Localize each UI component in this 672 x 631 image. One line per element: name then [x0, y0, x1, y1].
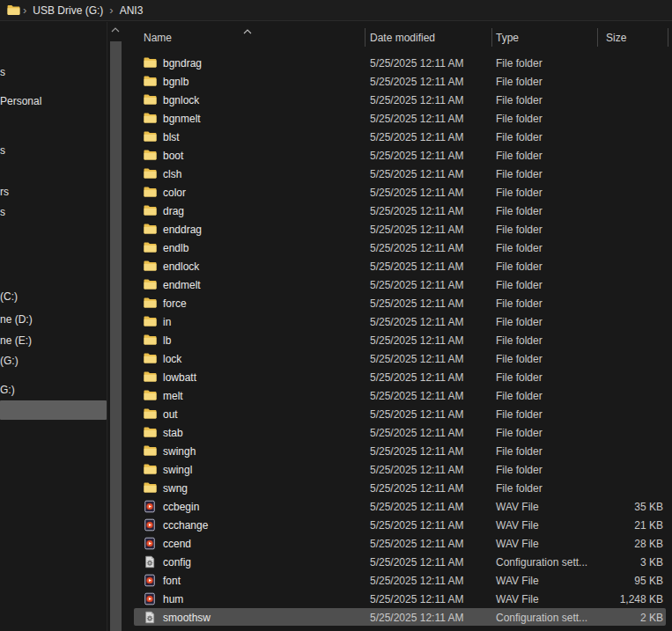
- sidebar-item[interactable]: Personal: [0, 95, 41, 107]
- column-header-name[interactable]: Name: [144, 32, 172, 44]
- scrollbar-up-button[interactable]: [107, 24, 123, 36]
- column-resize-handle[interactable]: [365, 28, 366, 47]
- file-row[interactable]: bgnlb5/25/2025 12:11 AMFile folder: [124, 72, 672, 91]
- file-name: clsh: [163, 168, 181, 180]
- column-header-type[interactable]: Type: [496, 32, 519, 44]
- file-name: endlb: [163, 242, 188, 254]
- breadcrumb-segment-folder[interactable]: ANI3: [120, 4, 144, 17]
- folder-icon: [144, 407, 157, 421]
- wav-file-icon: [144, 500, 157, 513]
- file-type: File folder: [496, 205, 543, 217]
- file-name: enddrag: [163, 224, 202, 236]
- file-row[interactable]: force5/25/2025 12:11 AMFile folder: [124, 294, 672, 312]
- column-resize-handle[interactable]: [491, 28, 492, 47]
- column-resize-handle[interactable]: [668, 28, 668, 47]
- sidebar-item[interactable]: ne (D:): [0, 313, 33, 326]
- file-type: File folder: [496, 427, 543, 439]
- sidebar-item[interactable]: s: [0, 144, 5, 157]
- file-row[interactable]: stab5/25/2025 12:11 AMFile folder: [124, 423, 672, 442]
- column-header-size[interactable]: Size: [606, 32, 626, 44]
- folder-icon: [144, 149, 157, 162]
- file-row[interactable]: swingl5/25/2025 12:11 AMFile folder: [124, 460, 672, 479]
- folder-icon: [144, 130, 157, 143]
- sidebar-item-selected[interactable]: [0, 400, 107, 420]
- sidebar-item[interactable]: s: [0, 206, 5, 218]
- file-date-modified: 5/25/2025 12:11 AM: [370, 501, 464, 513]
- sidebar-item[interactable]: G:): [0, 384, 15, 396]
- file-row[interactable]: config5/25/2025 12:11 AMConfiguration se…: [124, 553, 672, 571]
- file-size: 28 KB: [634, 538, 663, 550]
- file-type: File folder: [496, 94, 543, 106]
- file-date-modified: 5/25/2025 12:11 AM: [370, 316, 464, 328]
- scrollbar-thumb[interactable]: [110, 41, 122, 631]
- file-date-modified: 5/25/2025 12:11 AM: [370, 131, 464, 143]
- file-row[interactable]: endmelt5/25/2025 12:11 AMFile folder: [124, 275, 672, 294]
- file-row[interactable]: ccchange5/25/2025 12:11 AMWAV File21 KB: [124, 516, 672, 534]
- file-name: in: [163, 316, 171, 328]
- file-row[interactable]: hum5/25/2025 12:11 AMWAV File1,248 KB: [124, 590, 672, 608]
- file-row[interactable]: boot5/25/2025 12:11 AMFile folder: [124, 146, 672, 165]
- sidebar-item[interactable]: rs: [0, 186, 9, 198]
- file-name: bgnmelt: [163, 113, 201, 125]
- breadcrumb-segment-drive[interactable]: USB Drive (G:): [33, 4, 103, 17]
- column-resize-handle[interactable]: [597, 28, 598, 47]
- sidebar-item[interactable]: (G:): [0, 355, 18, 367]
- file-date-modified: 5/25/2025 12:11 AM: [370, 94, 464, 106]
- file-row[interactable]: ccbegin5/25/2025 12:11 AMWAV File35 KB: [124, 497, 672, 516]
- sidebar-item[interactable]: ne (E:): [0, 334, 32, 347]
- file-name: config: [163, 556, 191, 569]
- config-file-icon: [144, 555, 157, 569]
- file-name: swingl: [163, 464, 192, 476]
- file-row[interactable]: bgndrag5/25/2025 12:11 AMFile folder: [124, 54, 672, 72]
- file-row[interactable]: endlb5/25/2025 12:11 AMFile folder: [124, 238, 672, 257]
- file-date-modified: 5/25/2025 12:11 AM: [370, 224, 464, 236]
- column-header-date-modified[interactable]: Date modified: [370, 32, 435, 44]
- folder-icon: [144, 241, 157, 254]
- file-row[interactable]: drag5/25/2025 12:11 AMFile folder: [124, 202, 672, 220]
- file-name: force: [163, 297, 187, 310]
- file-row[interactable]: bgnlock5/25/2025 12:11 AMFile folder: [124, 91, 672, 109]
- config-file-icon: [144, 611, 157, 624]
- sort-ascending-icon: [243, 25, 252, 37]
- folder-icon: [144, 315, 157, 328]
- file-row[interactable]: ccend5/25/2025 12:11 AMWAV File28 KB: [124, 534, 672, 553]
- file-date-modified: 5/25/2025 12:11 AM: [370, 168, 464, 180]
- sidebar-item[interactable]: (C:): [0, 290, 18, 303]
- sidebar-item[interactable]: s: [0, 66, 5, 78]
- file-row[interactable]: lowbatt5/25/2025 12:11 AMFile folder: [124, 368, 672, 386]
- file-row[interactable]: swingh5/25/2025 12:11 AMFile folder: [124, 442, 672, 460]
- nav-scrollbar[interactable]: [107, 22, 123, 631]
- file-row[interactable]: lb5/25/2025 12:11 AMFile folder: [124, 331, 672, 349]
- file-row[interactable]: clsh5/25/2025 12:11 AMFile folder: [124, 165, 672, 183]
- file-row[interactable]: swng5/25/2025 12:11 AMFile folder: [124, 479, 672, 497]
- file-date-modified: 5/25/2025 12:11 AM: [370, 390, 464, 402]
- breadcrumb-bar: › USB Drive (G:) › ANI3: [0, 0, 672, 21]
- file-row[interactable]: endlock5/25/2025 12:11 AMFile folder: [124, 257, 672, 275]
- file-row[interactable]: color5/25/2025 12:11 AMFile folder: [124, 183, 672, 202]
- file-type: File folder: [496, 150, 543, 162]
- file-date-modified: 5/25/2025 12:11 AM: [370, 113, 464, 125]
- file-size: 35 KB: [634, 501, 663, 513]
- folder-icon: [144, 297, 157, 310]
- folder-icon: [144, 167, 157, 180]
- file-size: 1,248 KB: [620, 593, 663, 605]
- file-type: File folder: [496, 224, 543, 236]
- file-row[interactable]: lock5/25/2025 12:11 AMFile folder: [124, 349, 672, 368]
- file-name: swng: [163, 482, 188, 495]
- file-date-modified: 5/25/2025 12:11 AM: [370, 242, 464, 254]
- file-row[interactable]: melt5/25/2025 12:11 AMFile folder: [124, 386, 672, 405]
- file-date-modified: 5/25/2025 12:11 AM: [370, 279, 464, 291]
- file-row[interactable]: font5/25/2025 12:11 AMWAV File95 KB: [124, 571, 672, 590]
- column-header-row: Name Date modified Type Size: [124, 25, 672, 49]
- file-type: File folder: [496, 371, 543, 384]
- file-date-modified: 5/25/2025 12:11 AM: [370, 575, 464, 587]
- file-name: lowbatt: [163, 371, 196, 384]
- file-row[interactable]: smoothsw5/25/2025 12:11 AMConfiguration …: [124, 608, 672, 627]
- file-row[interactable]: out5/25/2025 12:11 AMFile folder: [124, 405, 672, 423]
- file-row[interactable]: blst5/25/2025 12:11 AMFile folder: [124, 128, 672, 146]
- file-row[interactable]: in5/25/2025 12:11 AMFile folder: [124, 312, 672, 331]
- file-row[interactable]: bgnmelt5/25/2025 12:11 AMFile folder: [124, 109, 672, 128]
- folder-icon: [144, 223, 157, 236]
- file-date-modified: 5/25/2025 12:11 AM: [370, 260, 464, 273]
- file-row[interactable]: enddrag5/25/2025 12:11 AMFile folder: [124, 220, 672, 238]
